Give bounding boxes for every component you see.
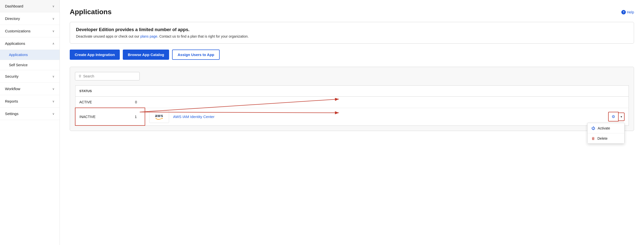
apps-table: STATUS ACTIVE 0 — [75, 86, 629, 126]
search-box: ⚲ — [75, 72, 140, 80]
main-content: Applications ? Help Developer Edition pr… — [60, 0, 644, 245]
banner-title: Developer Edition provides a limited num… — [76, 27, 628, 32]
power-icon: ⏻ — [592, 126, 595, 130]
gear-icon: ⚙ — [612, 114, 615, 119]
trash-icon: 🗑 — [592, 136, 595, 140]
sidebar: Dashboard ∨ Directory ∨ Customizations ∨… — [0, 0, 60, 245]
inactive-status-row: INACTIVE 1 aws — [75, 108, 629, 126]
sidebar-subitem-self-service[interactable]: Self Service — [0, 60, 60, 70]
sidebar-item-label: Applications — [5, 41, 25, 46]
active-status-row: ACTIVE 0 — [75, 96, 629, 108]
sidebar-item-workflow[interactable]: Workflow ∨ — [0, 83, 60, 95]
active-app-cell — [145, 96, 629, 108]
help-link[interactable]: ? Help — [621, 10, 634, 14]
chevron-down-icon: ∨ — [52, 30, 54, 33]
chevron-down-icon: ∨ — [52, 100, 54, 103]
sidebar-item-label: Settings — [5, 112, 18, 116]
app-logo: aws — [149, 110, 169, 123]
sidebar-item-label: Reports — [5, 99, 18, 103]
assign-users-to-app-button[interactable]: Assign Users to App — [172, 50, 220, 60]
sidebar-item-reports[interactable]: Reports ∨ — [0, 95, 60, 108]
action-dropdown-menu: ⏻ Activate 🗑 Delete — [587, 123, 624, 144]
app-row-content: aws AWS IAM Identity Center — [149, 110, 624, 123]
action-buttons: Create App Integration Browse App Catalo… — [70, 50, 634, 60]
sidebar-subitem-applications[interactable]: Applications — [0, 50, 60, 60]
aws-logo: aws — [155, 114, 163, 120]
activate-menu-item[interactable]: ⏻ Activate — [588, 123, 624, 134]
inactive-count: 1 — [135, 115, 141, 119]
caret-down-icon: ▾ — [620, 115, 622, 118]
sidebar-item-label: Directory — [5, 16, 20, 21]
sidebar-item-applications[interactable]: Applications ∧ — [0, 37, 60, 50]
status-column-header: STATUS — [75, 86, 145, 96]
app-actions: ⚙ ▾ ⏻ Activate — [608, 112, 624, 122]
app-column-header — [145, 86, 629, 96]
sidebar-item-label: Workflow — [5, 87, 20, 91]
gear-button[interactable]: ⚙ — [608, 112, 618, 122]
search-icon: ⚲ — [79, 74, 81, 78]
sidebar-item-directory[interactable]: Directory ∨ — [0, 12, 60, 25]
plans-page-link[interactable]: plans page — [140, 34, 158, 38]
aws-smile-icon — [156, 118, 163, 120]
info-banner: Developer Edition provides a limited num… — [70, 22, 634, 44]
active-status-cell: ACTIVE 0 — [75, 96, 145, 108]
page-title: Applications — [70, 8, 112, 16]
sidebar-item-security[interactable]: Security ∨ — [0, 70, 60, 83]
apps-container: ⚲ STATUS ACTIVE — [70, 67, 634, 131]
sidebar-item-dashboard[interactable]: Dashboard ∨ — [0, 0, 60, 12]
table-header-row: STATUS — [75, 86, 629, 96]
active-count: 0 — [135, 100, 141, 104]
help-circle-icon: ? — [621, 10, 626, 14]
delete-menu-item[interactable]: 🗑 Delete — [588, 134, 624, 144]
sidebar-item-label: Dashboard — [5, 4, 23, 8]
chevron-down-icon: ∨ — [52, 17, 54, 20]
chevron-down-icon: ∨ — [52, 75, 54, 78]
inactive-app-cell: aws AWS IAM Identity Center — [145, 108, 629, 126]
dropdown-toggle-button[interactable]: ▾ — [618, 112, 624, 121]
browse-app-catalog-button[interactable]: Browse App Catalog — [123, 50, 169, 60]
create-app-integration-button[interactable]: Create App Integration — [70, 50, 120, 60]
chevron-down-icon: ∨ — [52, 112, 54, 116]
aws-text: aws — [155, 114, 163, 118]
app-name[interactable]: AWS IAM Identity Center — [173, 114, 214, 119]
banner-text: Deactivate unused apps or check out our … — [76, 34, 628, 38]
chevron-up-icon: ∧ — [52, 42, 54, 45]
chevron-down-icon: ∨ — [52, 87, 54, 91]
sidebar-item-customizations[interactable]: Customizations ∨ — [0, 25, 60, 37]
search-input[interactable] — [83, 74, 136, 78]
sidebar-item-settings[interactable]: Settings ∨ — [0, 108, 60, 120]
inactive-status-cell: INACTIVE 1 — [75, 108, 145, 126]
sidebar-item-label: Customizations — [5, 29, 31, 33]
chevron-down-icon: ∨ — [52, 4, 54, 8]
sidebar-item-label: Security — [5, 74, 18, 78]
page-header: Applications ? Help — [70, 8, 634, 16]
